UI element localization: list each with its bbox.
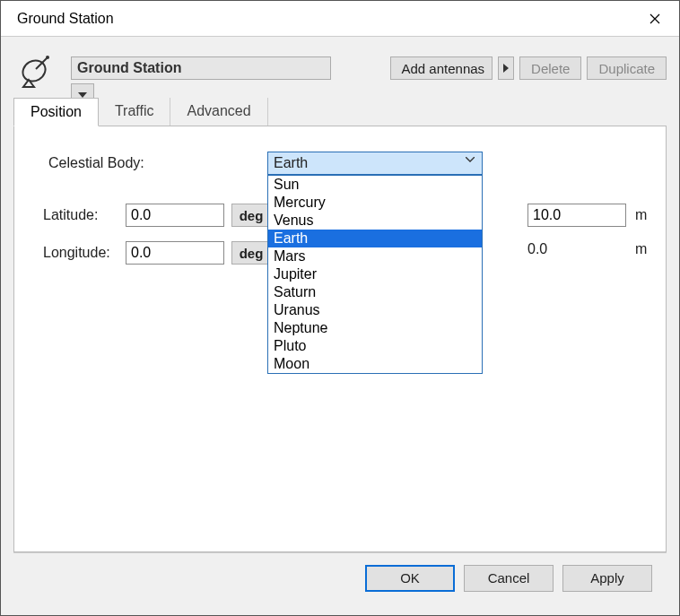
close-icon	[649, 13, 660, 24]
tab-advanced-label: Advanced	[187, 103, 250, 118]
add-antennas-dropdown[interactable]	[498, 56, 514, 80]
apply-button[interactable]: Apply	[562, 565, 652, 592]
celestial-body-option[interactable]: Neptune	[268, 319, 482, 337]
close-button[interactable]	[630, 2, 679, 36]
tab-position-label: Position	[31, 104, 82, 119]
tab-traffic[interactable]: Traffic	[99, 98, 171, 126]
header-bar: Add antennas Delete Duplicate	[13, 53, 667, 91]
add-antennas-label: Add antennas	[402, 61, 485, 76]
celestial-body-dropdown[interactable]: SunMercuryVenusEarthMarsJupiterSaturnUra…	[267, 175, 483, 374]
delete-button[interactable]: Delete	[519, 56, 581, 80]
tab-advanced[interactable]: Advanced	[170, 98, 267, 126]
longitude-label: Longitude:	[43, 245, 126, 261]
longitude-input[interactable]	[126, 241, 224, 265]
name-row	[71, 53, 383, 80]
second-right-pair: 0.0 m	[527, 241, 653, 257]
celestial-body-option[interactable]: Venus	[268, 212, 482, 230]
chevron-down-icon	[466, 157, 475, 162]
duplicate-label: Duplicate	[598, 61, 655, 76]
celestial-body-option[interactable]: Earth	[268, 230, 482, 247]
delete-label: Delete	[531, 61, 570, 76]
celestial-body-option[interactable]: Saturn	[268, 283, 482, 301]
header-button-row: Add antennas Delete Duplicate	[390, 53, 667, 80]
celestial-body-combo[interactable]: Earth	[267, 152, 483, 175]
station-icon-slot	[13, 53, 64, 91]
altitude-pair: m	[527, 204, 653, 227]
window-title: Ground Station	[17, 11, 630, 27]
ok-button[interactable]: OK	[365, 565, 455, 592]
celestial-body-option[interactable]: Mercury	[268, 194, 482, 212]
altitude-unit: m	[635, 207, 653, 223]
triangle-right-icon	[503, 64, 509, 73]
dialog-window: Ground Station Add antennas	[0, 0, 680, 616]
satellite-dish-icon	[20, 53, 57, 91]
second-right-unit: m	[635, 241, 653, 257]
celestial-body-selected: Earth	[274, 155, 308, 171]
celestial-body-option[interactable]: Mars	[268, 247, 482, 265]
latitude-input[interactable]	[126, 204, 224, 227]
cancel-label: Cancel	[488, 570, 530, 586]
station-name-input[interactable]	[71, 56, 331, 80]
latitude-unit-label: deg	[240, 208, 264, 223]
svg-point-2	[46, 56, 49, 59]
second-right-value: 0.0	[527, 241, 626, 257]
client-area: Add antennas Delete Duplicate Position T…	[1, 37, 679, 615]
celestial-body-label: Celestial Body:	[43, 155, 267, 171]
celestial-body-option[interactable]: Jupiter	[268, 265, 482, 283]
tab-row: Position Traffic Advanced	[13, 98, 667, 126]
footer: OK Cancel Apply	[13, 552, 667, 603]
titlebar: Ground Station	[1, 1, 679, 37]
apply-label: Apply	[590, 570, 624, 586]
tab-traffic-label: Traffic	[115, 103, 154, 118]
celestial-body-option[interactable]: Pluto	[268, 337, 482, 355]
latitude-label: Latitude:	[43, 207, 126, 223]
celestial-body-row: Celestial Body: Earth	[43, 152, 646, 175]
duplicate-button[interactable]: Duplicate	[587, 56, 667, 80]
celestial-body-option[interactable]: Sun	[268, 176, 482, 194]
ok-label: OK	[400, 570, 420, 586]
add-antennas-button[interactable]: Add antennas	[390, 56, 493, 80]
position-panel: Celestial Body: Earth SunMercuryVenusEar…	[13, 126, 667, 552]
longitude-unit-button[interactable]: deg	[231, 241, 271, 265]
celestial-body-option[interactable]: Uranus	[268, 301, 482, 319]
latitude-unit-button[interactable]: deg	[231, 204, 271, 227]
altitude-input[interactable]	[527, 204, 626, 227]
celestial-body-option[interactable]: Moon	[268, 355, 482, 373]
cancel-button[interactable]: Cancel	[464, 565, 554, 592]
longitude-unit-label: deg	[240, 246, 264, 261]
tab-position[interactable]: Position	[13, 98, 99, 126]
